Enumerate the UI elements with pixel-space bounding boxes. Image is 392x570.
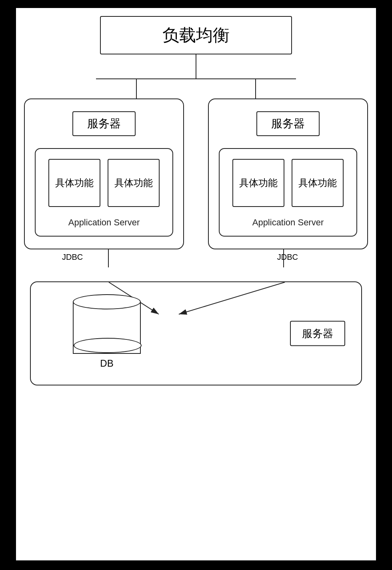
server-label-1: 服务器 [72, 111, 136, 136]
load-balancer-label: 负载均衡 [162, 26, 230, 44]
jdbc-label-left: JDBC [62, 253, 83, 262]
cylinder-body [73, 302, 141, 354]
app-server-box-1: 具体功能 具体功能 Application Server [35, 148, 173, 237]
jdbc-label-right: JDBC [277, 253, 298, 262]
h-connector [96, 78, 296, 79]
servers-row: 服务器 具体功能 具体功能 Application Server [24, 98, 368, 249]
server-container-1: 服务器 具体功能 具体功能 Application Server [24, 98, 184, 249]
db-inner: DB [73, 294, 141, 369]
feature-box-2-2: 具体功能 [292, 159, 344, 207]
features-row-2: 具体功能 具体功能 [232, 159, 344, 207]
left-down-connector [136, 78, 137, 98]
server-container-2: 服务器 具体功能 具体功能 Application Server [208, 98, 368, 249]
svg-line-1 [179, 282, 285, 314]
app-server-box-2: 具体功能 具体功能 Application Server [219, 148, 357, 237]
cylinder-top [73, 294, 141, 309]
feature-box-1-1: 具体功能 [48, 159, 100, 207]
diagram: 负载均衡 服务器 [24, 16, 368, 385]
left-jdbc-line-v [108, 249, 109, 267]
feature-box-2-1: 具体功能 [232, 159, 284, 207]
feature-box-1-2: 具体功能 [108, 159, 160, 207]
right-down-connector [255, 78, 256, 98]
cylinder-bottom [74, 338, 142, 353]
app-server-label-1: Application Server [68, 217, 140, 228]
lb-down-line [196, 54, 196, 78]
db-section: DB 服务器 [30, 281, 362, 385]
db-label: DB [100, 358, 113, 369]
server-label-2: 服务器 [256, 111, 320, 136]
bottom-server-box: 服务器 [290, 321, 345, 346]
db-cylinder [73, 294, 141, 354]
features-row-1: 具体功能 具体功能 [48, 159, 160, 207]
app-server-label-2: Application Server [252, 217, 324, 228]
jdbc-area: JDBC JDBC [30, 249, 362, 281]
load-balancer-box: 负载均衡 [100, 16, 292, 54]
